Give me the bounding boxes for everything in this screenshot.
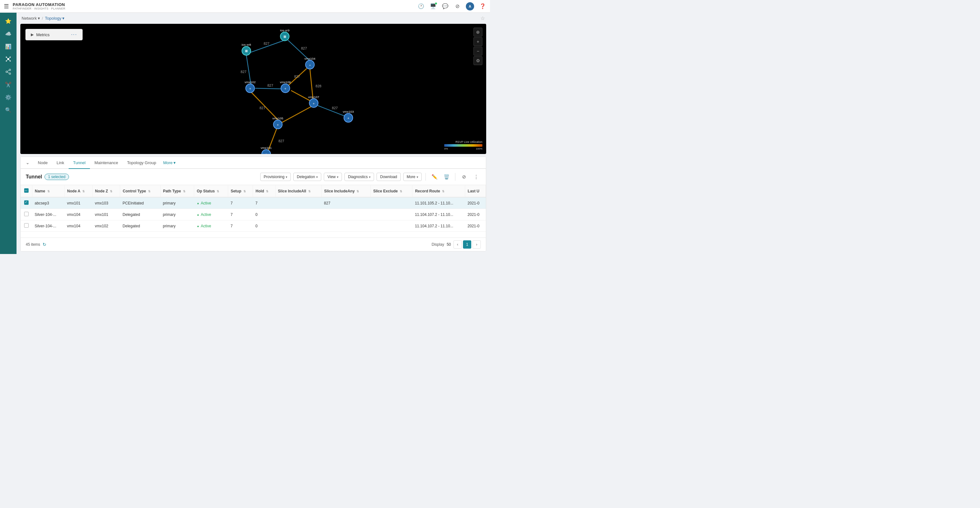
row3-path-type: primary (160, 220, 194, 232)
tab-topology-group[interactable]: Topology Group (123, 157, 161, 169)
tab-maintenance[interactable]: Maintenance (90, 157, 123, 169)
header-setup[interactable]: Setup ⇅ (228, 185, 253, 197)
tab-tunnel[interactable]: Tunnel (68, 157, 90, 169)
canvas-settings-btn[interactable]: ⚙ (474, 56, 482, 65)
chat-icon[interactable]: 💬 (442, 3, 449, 10)
svg-text:vmx106: vmx106 (280, 80, 291, 84)
edit-icon-btn[interactable]: ✏️ (430, 172, 439, 182)
svg-text:827: 827 (278, 139, 284, 143)
row2-checkbox[interactable] (24, 212, 29, 216)
page-1-btn[interactable]: 1 (463, 240, 471, 249)
zoom-target-btn[interactable]: ⊕ (474, 28, 482, 37)
toolbar-divider-2 (455, 173, 455, 181)
page-nav: ‹ 1 › (453, 240, 481, 249)
page-next-btn[interactable]: › (473, 240, 481, 249)
view-button[interactable]: View ▾ (324, 173, 342, 181)
sort-hold-icon: ⇅ (266, 190, 269, 193)
rsvp-max-label: 100% (476, 147, 482, 150)
more-button[interactable]: More ▾ (403, 173, 422, 181)
row2-node-z: vmx101 (92, 209, 120, 220)
sidebar-item-network[interactable] (3, 53, 14, 65)
header-name[interactable]: Name ⇅ (32, 185, 65, 197)
notifications-icon[interactable]: 🖥️ (430, 3, 437, 10)
avatar[interactable]: A (466, 2, 474, 11)
history-icon[interactable]: 🕐 (418, 3, 425, 10)
topology-svg: 827 827 827 827 828 827 827 (20, 24, 486, 154)
row3-node-z: vmx102 (92, 220, 120, 232)
download-button[interactable]: Download (377, 173, 400, 181)
breadcrumb: Network ▾ / Topology ▾ ☆ (16, 13, 490, 24)
svg-line-31 (280, 105, 313, 123)
row3-checkbox[interactable] (24, 223, 29, 228)
header-slice-exclude[interactable]: Slice Exclude ⇅ (371, 185, 412, 197)
breadcrumb-network[interactable]: Network ▾ (22, 16, 40, 21)
sort-control-icon: ⇅ (148, 190, 151, 193)
sort-nodea-icon: ⇅ (82, 190, 85, 193)
row2-status-badge: ▲ Active (197, 213, 226, 217)
svg-text:ios-xr8: ios-xr8 (242, 43, 251, 46)
provisioning-button[interactable]: Provisioning ▾ (260, 173, 291, 181)
row3-slice-exclude (371, 220, 412, 232)
row2-hold: 0 (253, 209, 275, 220)
header-control-type[interactable]: Control Type ⇅ (120, 185, 161, 197)
sidebar-item-tools[interactable]: ✂️ (3, 79, 14, 90)
tab-link[interactable]: Link (52, 157, 68, 169)
svg-text:+: + (249, 87, 251, 90)
header-last-u[interactable]: Last U (465, 185, 485, 197)
row3-node-a: vmx104 (65, 220, 92, 232)
tab-node[interactable]: Node (33, 157, 52, 169)
zoom-out-btn[interactable]: − (474, 47, 482, 56)
refresh-button[interactable]: ↻ (43, 242, 46, 247)
metrics-expand-icon: ▶ (31, 32, 34, 37)
selected-badge[interactable]: 1 selected (45, 174, 69, 180)
header-node-a[interactable]: Node A ⇅ (65, 185, 92, 197)
diagnostics-button[interactable]: Diagnostics ▾ (344, 173, 374, 181)
sidebar-item-chart[interactable]: 📊 (3, 41, 14, 52)
sidebar-item-share[interactable] (3, 66, 14, 78)
sidebar-item-search[interactable]: 🔍 (3, 104, 14, 116)
header-path-type[interactable]: Path Type ⇅ (160, 185, 194, 197)
svg-line-8 (8, 59, 10, 61)
header-checkbox[interactable] (21, 185, 32, 197)
table-row[interactable]: Silver-104-... vmx104 vmx102 Delegated p… (21, 220, 486, 232)
tab-collapse-icon[interactable]: ⌄ (24, 157, 31, 168)
tab-more[interactable]: More ▾ (161, 157, 178, 168)
table-row[interactable]: abcsep3 vmx101 vmx103 PCEInitiated prima… (21, 197, 486, 209)
header-slice-include-any[interactable]: Slice IncludeAny ⇅ (321, 185, 371, 197)
sidebar-item-star[interactable]: ⭐ (3, 15, 14, 27)
sidebar-item-gear[interactable]: ⚙️ (3, 91, 14, 103)
row2-path-type: primary (160, 209, 194, 220)
row3-slice-include-all (275, 220, 321, 232)
filter-icon-btn[interactable]: ⊘ (459, 172, 469, 182)
metrics-panel[interactable]: ▶ Metrics ··· (25, 29, 83, 40)
kebab-menu-btn[interactable]: ⋮ (471, 172, 481, 182)
rsvp-color-bar (444, 144, 482, 147)
page-prev-btn[interactable]: ‹ (453, 240, 462, 249)
header-slice-include-all[interactable]: Slice IncludeAll ⇅ (275, 185, 321, 197)
header-op-status[interactable]: Op Status ⇅ (194, 185, 228, 197)
header-node-z[interactable]: Node Z ⇅ (92, 185, 120, 197)
row2-checkbox-cell[interactable] (21, 209, 32, 220)
select-all-checkbox[interactable] (24, 188, 29, 193)
sidebar-item-cloud[interactable]: ☁️ (3, 28, 14, 40)
help-icon[interactable]: ❓ (479, 3, 486, 10)
delete-icon-btn[interactable]: 🗑️ (442, 172, 451, 182)
table-row[interactable]: Silver-104-... vmx104 vmx101 Delegated p… (21, 209, 486, 220)
header-hold[interactable]: Hold ⇅ (253, 185, 275, 197)
hamburger-menu[interactable]: ☰ (4, 3, 9, 10)
row1-checkbox[interactable] (24, 200, 29, 205)
canvas-controls: ⊕ + − ⚙ (474, 28, 482, 65)
metrics-label: Metrics (36, 32, 49, 37)
breadcrumb-topology[interactable]: Topology ▾ (45, 16, 65, 21)
favorite-star-icon[interactable]: ☆ (480, 15, 485, 21)
metrics-options-icon[interactable]: ··· (71, 32, 77, 38)
row1-checkbox-cell[interactable] (21, 197, 32, 209)
header-record-route[interactable]: Record Route ⇅ (412, 185, 465, 197)
settings-circle-icon[interactable]: ⊘ (454, 3, 461, 10)
delegation-button[interactable]: Delegation ▾ (293, 173, 321, 181)
row2-node-a: vmx104 (65, 209, 92, 220)
row3-checkbox-cell[interactable] (21, 220, 32, 232)
svg-text:+: + (285, 87, 286, 90)
header-icons: 🕐 🖥️ 💬 ⊘ A ❓ (418, 2, 486, 11)
zoom-in-btn[interactable]: + (474, 37, 482, 46)
